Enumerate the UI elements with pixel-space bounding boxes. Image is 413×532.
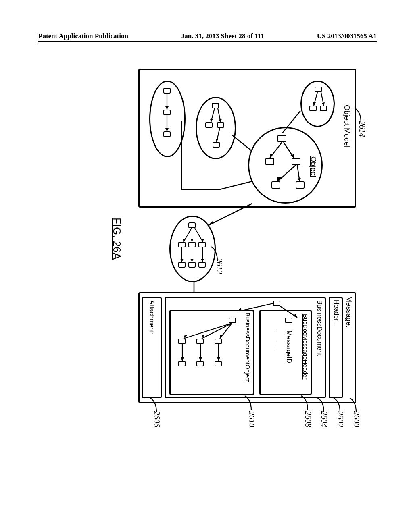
callout-tick — [349, 397, 357, 413]
tree-edge — [166, 115, 168, 131]
ref-2610: 2610 — [247, 411, 256, 427]
tree-node — [178, 361, 186, 366]
svg-line-36 — [208, 204, 252, 226]
header-label: Header: — [333, 300, 340, 323]
business-document-label: BusinessDocument — [316, 300, 323, 356]
callout-tick — [354, 107, 362, 123]
tree-edge — [313, 92, 318, 106]
tree-node — [196, 339, 204, 344]
callout-tick — [244, 395, 252, 411]
callout-tick — [210, 246, 218, 262]
tree-node — [285, 318, 292, 323]
svg-marker-31 — [201, 259, 204, 262]
tree-edge — [184, 228, 192, 242]
tree-edge — [296, 165, 300, 181]
svg-marker-37 — [208, 221, 214, 226]
tree-node — [309, 106, 317, 111]
connector-line — [282, 111, 300, 133]
tree-node — [196, 361, 204, 366]
tree-root-node — [273, 301, 280, 306]
tree-node — [320, 106, 327, 111]
svg-marker-33 — [190, 259, 194, 262]
callout-tick — [149, 397, 157, 413]
tree-node — [188, 222, 196, 228]
object-model-label: Object Model — [342, 105, 351, 148]
tree-edge — [199, 228, 204, 242]
tree-edge — [270, 142, 282, 158]
svg-marker-19 — [165, 106, 169, 110]
tree-node — [178, 242, 186, 247]
svg-marker-21 — [165, 128, 169, 131]
tree-node — [198, 262, 206, 268]
tree-node — [215, 361, 222, 366]
svg-marker-53 — [199, 357, 202, 361]
svg-marker-3 — [313, 102, 316, 106]
tree-node — [178, 262, 186, 268]
svg-marker-11 — [277, 177, 281, 181]
tree-node — [188, 262, 196, 268]
callout-tick — [333, 397, 341, 413]
tree-node — [188, 242, 196, 247]
svg-marker-1 — [322, 102, 325, 106]
tree-node — [229, 318, 236, 323]
tree-edge — [199, 344, 202, 361]
svg-marker-29 — [183, 239, 186, 242]
tree-edge — [280, 306, 297, 318]
attachment-label: Attachment: — [148, 300, 155, 335]
svg-marker-51 — [217, 357, 220, 361]
tree-edge — [210, 108, 215, 122]
callout-tick — [300, 395, 309, 411]
header-docnumber: US 2013/0031565 A1 — [317, 32, 377, 40]
tree-node — [215, 339, 222, 344]
tree-edge — [166, 94, 168, 110]
tree-edge — [217, 344, 220, 361]
header-publication: Patent Application Publication — [38, 32, 128, 40]
svg-marker-55 — [181, 357, 184, 361]
tree-edge — [181, 344, 184, 361]
tree-node — [296, 181, 305, 189]
tree-edge — [284, 142, 294, 158]
message-label: Message: — [344, 296, 353, 328]
page-header: Patent Application Publication Jan. 31, … — [38, 32, 377, 40]
tree-node — [271, 181, 280, 189]
ref-2606: 2606 — [152, 411, 161, 427]
ref-2602: 2602 — [336, 411, 345, 427]
tree-edge — [321, 92, 325, 106]
figure-caption: FIG. 26A — [111, 218, 123, 260]
busdoc-object-label: BusinessDocumentObject — [244, 312, 251, 382]
connector-line — [181, 121, 252, 189]
svg-marker-35 — [180, 259, 184, 262]
svg-line-48 — [184, 323, 232, 339]
svg-marker-41 — [293, 314, 297, 318]
messageid-label: MessageID — [285, 330, 292, 363]
tree-edge — [217, 108, 221, 122]
tree-node — [178, 339, 186, 344]
ref-2600: 2600 — [352, 411, 361, 427]
busdoc-msgheader-label: BusDocMessageHeader — [302, 314, 309, 380]
tree-node — [163, 110, 171, 115]
callout-tick — [317, 397, 325, 413]
tree-node — [198, 242, 206, 247]
tree-edge — [201, 247, 204, 262]
object-label: Object — [309, 156, 317, 177]
header-sheet: Jan. 31, 2013 Sheet 28 of 111 — [181, 32, 264, 40]
tree-node — [292, 158, 300, 165]
ellipsis: . . . — [275, 330, 282, 351]
ref-2614: 2614 — [357, 121, 367, 137]
tree-node — [163, 88, 171, 94]
tree-node — [265, 158, 274, 165]
tree-edge — [277, 165, 296, 181]
header-rule — [38, 41, 377, 42]
tree-edge — [184, 323, 232, 339]
tree-node — [315, 87, 322, 92]
svg-line-22 — [282, 111, 300, 133]
tree-node — [163, 131, 171, 137]
tree-edge — [191, 247, 193, 262]
tree-edge — [181, 247, 183, 262]
ref-2604: 2604 — [319, 411, 329, 427]
tree-node — [212, 103, 219, 108]
tree-node — [277, 135, 286, 142]
svg-line-10 — [277, 165, 296, 181]
figure-26a: 2614 Object Model Object — [30, 69, 365, 383]
flow-arrow — [208, 204, 252, 226]
